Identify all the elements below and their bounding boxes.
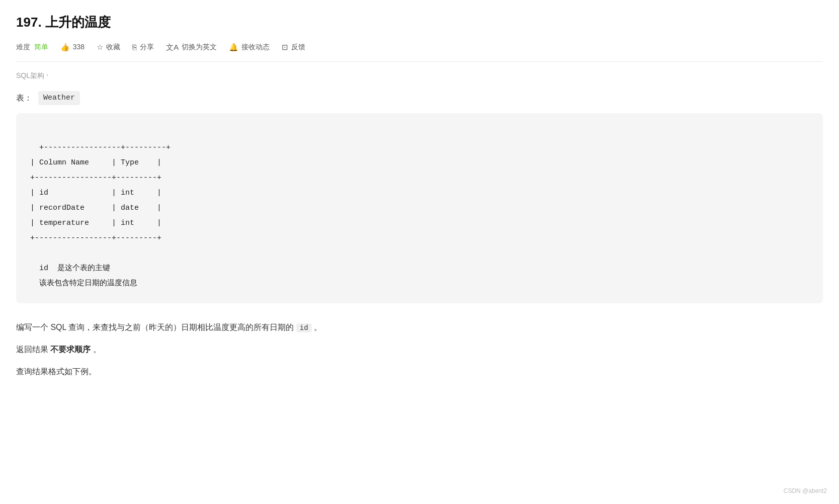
like-icon: 👍 [60,41,70,53]
desc-before-1: 编写一个 SQL 查询，来查找与之前（昨天的）日期相比温度更高的所有日期的 [16,323,296,331]
share-button[interactable]: ⎘ 分享 [132,41,154,53]
table-name-badge: Weather [38,91,80,105]
page-title: 197. 上升的温度 [16,12,823,33]
desc-bold-2: 不要求顺序 [50,345,91,354]
share-icon: ⎘ [132,41,137,53]
inline-code-id: id [296,323,312,332]
desc-before-2: 返回结果 [16,345,50,354]
desc-after-2: 。 [91,345,101,354]
switch-lang-button[interactable]: 文A 切换为英文 [166,41,217,53]
like-count: 338 [73,41,85,52]
translate-icon: 文A [166,41,179,53]
difficulty-value: 简单 [34,43,48,51]
like-button[interactable]: 👍 338 [60,41,85,53]
breadcrumb-item[interactable]: SQL架构 [16,70,44,81]
breadcrumb: SQL架构 › [16,70,823,81]
collect-label: 收藏 [106,41,120,52]
footer-note: CSDN @abent2 [784,486,827,496]
description-line-2: 返回结果 不要求顺序 。 [16,342,823,358]
schema-text: +-----------------+---------+ | Column N… [30,143,171,242]
share-label: 分享 [140,41,154,52]
star-icon: ☆ [97,41,103,53]
subscribe-button[interactable]: 🔔 接收动态 [229,41,270,53]
switch-lang-label: 切换为英文 [182,41,217,52]
description-line-3: 查询结果格式如下例。 [16,364,823,380]
table-label-text: 表： [16,92,32,105]
feedback-label: 反馈 [291,41,305,52]
collect-button[interactable]: ☆ 收藏 [97,41,120,53]
desc-after-1: 。 [312,323,322,331]
difficulty-label: 难度 简单 [16,41,48,52]
schema-note-1: id 是这个表的主键 [39,264,110,273]
schema-note-2: 该表包含特定日期的温度信息 [39,279,137,288]
feedback-icon: ⊡ [282,41,288,53]
meta-bar: 难度 简单 👍 338 ☆ 收藏 ⎘ 分享 文A 切换为英文 🔔 接收动态 ⊡ … [16,41,823,62]
breadcrumb-arrow: › [46,70,48,80]
description-section: 编写一个 SQL 查询，来查找与之前（昨天的）日期相比温度更高的所有日期的 id… [16,319,823,380]
schema-block: +-----------------+---------+ | Column N… [16,113,823,303]
table-label-row: 表： Weather [16,91,823,105]
desc-plain-3: 查询结果格式如下例。 [16,367,97,376]
subscribe-label: 接收动态 [241,41,270,52]
description-line-1: 编写一个 SQL 查询，来查找与之前（昨天的）日期相比温度更高的所有日期的 id… [16,319,823,335]
feedback-button[interactable]: ⊡ 反馈 [282,41,305,53]
bell-icon: 🔔 [229,41,238,53]
